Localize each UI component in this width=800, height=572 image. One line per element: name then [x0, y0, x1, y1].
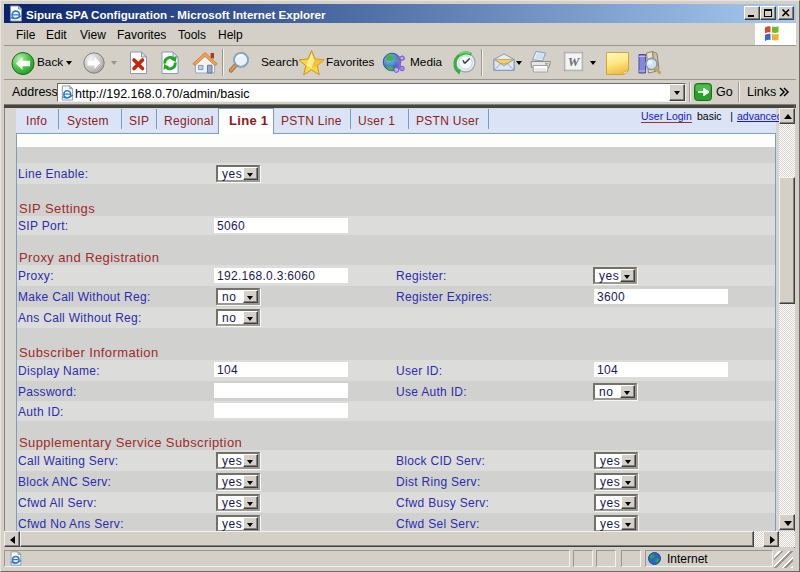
svg-text:W: W: [568, 54, 581, 69]
